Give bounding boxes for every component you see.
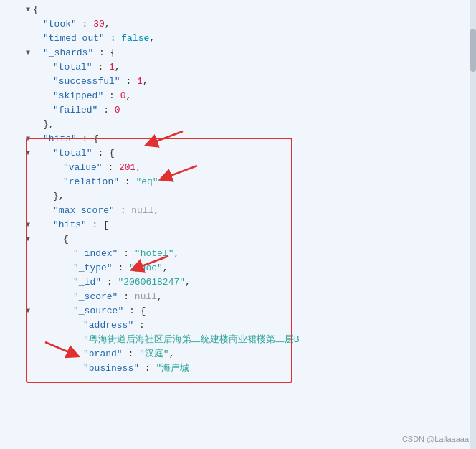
line-19: "_type" : "_doc", [0, 261, 476, 275]
code-7: "skipped" : 0, [33, 89, 473, 103]
code-10: "hits" : { [33, 132, 473, 146]
line-14: }, [0, 189, 476, 204]
line-3: "timed_out" : false, [0, 32, 476, 46]
arrow-11[interactable]: ▼ [23, 146, 33, 161]
code-11: "total" : { [33, 146, 473, 161]
line-26: "business" : "海岸城 [0, 361, 476, 376]
line-13: "relation" : "eq" [0, 175, 476, 189]
code-21: "_score" : null, [33, 290, 473, 304]
line-25: "brand" : "汉庭", [0, 347, 476, 361]
code-8: "failed" : 0 [33, 103, 473, 118]
line-10: ▼ "hits" : { [0, 132, 476, 146]
line-7: "skipped" : 0, [0, 89, 476, 103]
watermark: CSDN @Lailaaaaa [402, 435, 469, 443]
line-20: "_id" : "2060618247", [0, 275, 476, 290]
line-8: "failed" : 0 [0, 103, 476, 118]
code-1: { [33, 3, 473, 17]
code-20: "_id" : "2060618247", [33, 275, 473, 290]
line-2: "took" : 30, [0, 17, 476, 32]
arrow-17[interactable]: ▼ [23, 232, 33, 247]
code-19: "_type" : "_doc", [33, 261, 473, 275]
code-16: "hits" : [ [33, 218, 473, 232]
scrollbar-thumb[interactable] [470, 29, 476, 72]
scrollbar-vertical[interactable] [470, 0, 476, 449]
line-12: "value" : 201, [0, 161, 476, 175]
code-3: "timed_out" : false, [33, 32, 473, 46]
line-22: ▼ "_source" : { [0, 304, 476, 318]
code-14: }, [33, 189, 473, 204]
code-12: "value" : 201, [33, 161, 473, 175]
arrow-10[interactable]: ▼ [23, 132, 33, 146]
line-21: "_score" : null, [0, 290, 476, 304]
arrow-16[interactable]: ▼ [23, 218, 33, 232]
line-5: "total" : 1, [0, 60, 476, 75]
code-4: "_shards" : { [33, 46, 473, 60]
line-16: ▼ "hits" : [ [0, 218, 476, 232]
line-15: "max_score" : null, [0, 204, 476, 218]
arrow-1[interactable]: ▼ [23, 3, 33, 17]
line-11: ▼ "total" : { [0, 146, 476, 161]
code-18: "_index" : "hotel", [33, 247, 473, 261]
line-6: "successful" : 1, [0, 75, 476, 89]
line-17: ▼ { [0, 232, 476, 247]
line-24: "粤海街道后海社区后海第二统建楼商业裙楼第二层B [0, 333, 476, 347]
code-25: "brand" : "汉庭", [33, 347, 473, 361]
line-9: }, [0, 118, 476, 132]
code-2: "took" : 30, [33, 17, 473, 32]
line-23: "address" : [0, 318, 476, 333]
code-22: "_source" : { [33, 304, 473, 318]
line-1: ▼ { [0, 3, 476, 17]
code-6: "successful" : 1, [33, 75, 473, 89]
code-26: "business" : "海岸城 [33, 361, 473, 376]
code-13: "relation" : "eq" [33, 175, 473, 189]
line-18: "_index" : "hotel", [0, 247, 476, 261]
code-5: "total" : 1, [33, 60, 473, 75]
code-17: { [33, 232, 473, 247]
main-container: ▼ { "took" : 30, "timed_out" : false, ▼ … [0, 0, 476, 449]
json-viewer: ▼ { "took" : 30, "timed_out" : false, ▼ … [0, 0, 476, 449]
arrow-22[interactable]: ▼ [23, 304, 33, 318]
code-15: "max_score" : null, [33, 204, 473, 218]
code-23: "address" : [33, 318, 473, 333]
code-9: }, [33, 118, 473, 132]
arrow-4[interactable]: ▼ [23, 46, 33, 60]
code-24: "粤海街道后海社区后海第二统建楼商业裙楼第二层B [33, 333, 473, 347]
line-4: ▼ "_shards" : { [0, 46, 476, 60]
